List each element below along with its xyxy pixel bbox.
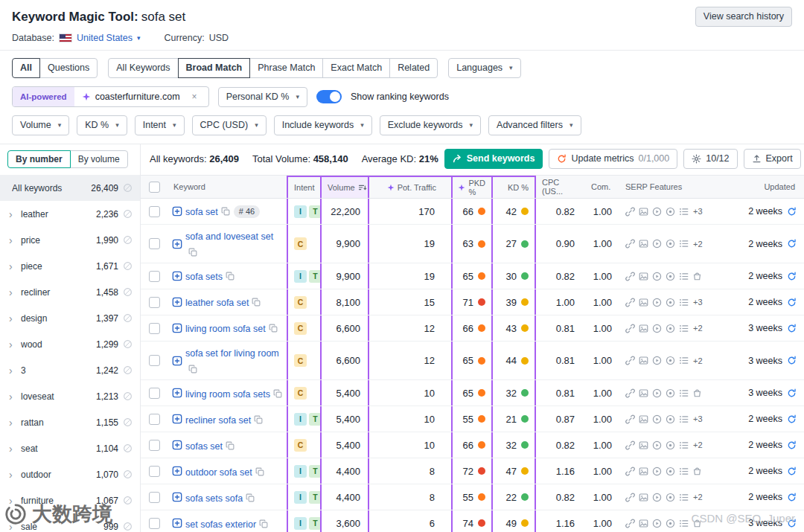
chevron-right-icon[interactable]: › <box>9 496 16 506</box>
add-to-list-icon[interactable] <box>172 239 182 249</box>
sidebar-all-keywords[interactable]: All keywords26,409 <box>0 175 140 201</box>
row-checkbox[interactable] <box>149 355 160 366</box>
tab-all-keywords[interactable]: All Keywords <box>108 58 178 78</box>
exclude-group-icon[interactable] <box>123 339 133 349</box>
copy-icon[interactable] <box>188 365 197 374</box>
col-header-cpc[interactable]: CPC (US... <box>536 176 585 198</box>
sidebar-group-seat[interactable]: ›seat1,104 <box>0 435 140 461</box>
exclude-group-icon[interactable] <box>123 313 133 323</box>
keyword-link[interactable]: set sofas exterior <box>185 519 256 530</box>
send-keywords-button[interactable]: Send keywords <box>444 149 543 169</box>
show-ranking-toggle[interactable] <box>316 90 342 103</box>
exclude-group-icon[interactable] <box>123 365 133 375</box>
chevron-right-icon[interactable]: › <box>9 261 16 272</box>
update-metrics-button[interactable]: Update metrics 0/1,000 <box>549 149 677 169</box>
row-checkbox[interactable] <box>149 271 160 282</box>
keyword-link[interactable]: sofa sets <box>185 272 223 282</box>
chevron-right-icon[interactable]: › <box>9 417 16 428</box>
add-to-list-icon[interactable] <box>172 206 182 217</box>
row-checkbox[interactable] <box>149 440 160 451</box>
keyword-link[interactable]: living room sofa set <box>185 324 266 334</box>
exclude-group-icon[interactable] <box>123 496 133 505</box>
refresh-icon[interactable] <box>787 519 797 528</box>
refresh-icon[interactable] <box>787 272 797 281</box>
export-button[interactable]: Export <box>744 149 801 169</box>
view-by-volume[interactable]: By volume <box>70 150 128 168</box>
sidebar-group-design[interactable]: ›design1,397 <box>0 305 140 331</box>
tab-questions[interactable]: Questions <box>39 58 98 78</box>
exclude-group-icon[interactable] <box>123 235 133 245</box>
chevron-right-icon[interactable]: › <box>9 391 16 402</box>
add-to-list-icon[interactable] <box>172 323 182 333</box>
keyword-link[interactable]: recliner sofa set <box>185 415 251 426</box>
copy-icon[interactable] <box>273 389 282 398</box>
col-header-kd[interactable]: KD % <box>491 176 536 198</box>
row-checkbox[interactable] <box>149 518 160 529</box>
sidebar-group-rattan[interactable]: ›rattan1,155 <box>0 409 140 435</box>
ai-domain-input[interactable]: AI-powered coasterfurniture.com × <box>12 86 209 107</box>
exclude-group-icon[interactable] <box>123 443 133 453</box>
chevron-right-icon[interactable]: › <box>9 522 16 532</box>
keyword-link[interactable]: outdoor sofa set <box>185 467 252 478</box>
languages-dropdown[interactable]: Languages▾ <box>448 58 520 78</box>
col-header-pkd[interactable]: PKD % <box>451 176 491 198</box>
database-selector[interactable]: United States▾ <box>77 33 141 43</box>
chevron-right-icon[interactable]: › <box>9 469 16 480</box>
chevron-right-icon[interactable]: › <box>9 209 16 219</box>
chevron-right-icon[interactable]: › <box>9 365 16 376</box>
view-search-history-button[interactable]: View search history <box>695 7 792 27</box>
sidebar-group-3[interactable]: ›31,242 <box>0 357 140 383</box>
refresh-icon[interactable] <box>787 493 797 502</box>
tab-related[interactable]: Related <box>389 58 438 78</box>
col-header-keyword[interactable]: Keyword <box>168 176 287 198</box>
copy-icon[interactable] <box>254 415 263 424</box>
filter-volume[interactable]: Volume▾ <box>12 115 69 135</box>
sidebar-group-furniture[interactable]: ›furniture1,067 <box>0 487 140 513</box>
copy-icon[interactable] <box>221 207 230 216</box>
sidebar-group-outdoor[interactable]: ›outdoor1,070 <box>0 461 140 487</box>
keyword-link[interactable]: leather sofa set <box>185 298 249 308</box>
clear-domain-icon[interactable]: × <box>192 92 197 102</box>
copy-icon[interactable] <box>226 441 234 450</box>
keyword-link[interactable]: sofa set <box>185 207 218 217</box>
copy-icon[interactable] <box>188 248 197 257</box>
filter-advanced-filters[interactable]: Advanced filters▾ <box>488 115 581 135</box>
exclude-group-icon[interactable] <box>123 391 133 401</box>
copy-icon[interactable] <box>252 298 261 307</box>
row-checkbox[interactable] <box>149 492 160 503</box>
row-checkbox[interactable] <box>149 414 160 425</box>
filter-intent[interactable]: Intent▾ <box>135 115 185 135</box>
copy-icon[interactable] <box>255 467 264 476</box>
col-header-com[interactable]: Com. <box>585 176 619 198</box>
tab-all[interactable]: All <box>12 58 40 78</box>
chevron-right-icon[interactable]: › <box>9 313 16 324</box>
refresh-icon[interactable] <box>787 388 797 398</box>
refresh-icon[interactable] <box>787 239 797 249</box>
col-header-intent[interactable]: Intent <box>287 176 320 198</box>
select-all-checkbox[interactable] <box>149 182 160 193</box>
row-checkbox[interactable] <box>149 297 160 308</box>
exclude-group-icon[interactable] <box>123 261 133 271</box>
personal-kd-dropdown[interactable]: Personal KD %▾ <box>218 87 307 107</box>
add-to-list-icon[interactable] <box>172 414 182 424</box>
sidebar-group-piece[interactable]: ›piece1,671 <box>0 253 140 279</box>
chevron-right-icon[interactable]: › <box>9 443 16 454</box>
exclude-group-icon[interactable] <box>123 209 133 219</box>
keyword-link[interactable]: living room sofa sets <box>185 389 270 400</box>
add-to-list-icon[interactable] <box>172 518 182 528</box>
exclude-group-icon[interactable] <box>123 183 133 193</box>
add-to-list-icon[interactable] <box>172 492 182 502</box>
sidebar-group-loveseat[interactable]: ›loveseat1,213 <box>0 383 140 409</box>
tab-broad-match[interactable]: Broad Match <box>178 58 251 78</box>
exclude-group-icon[interactable] <box>123 522 133 531</box>
copy-icon[interactable] <box>226 272 234 281</box>
refresh-icon[interactable] <box>787 207 797 217</box>
sidebar-group-recliner[interactable]: ›recliner1,458 <box>0 279 140 305</box>
filter-cpc-usd[interactable]: CPC (USD)▾ <box>192 115 267 135</box>
filter-exclude-keywords[interactable]: Exclude keywords▾ <box>380 115 481 135</box>
keyword-link[interactable]: sofa and loveseat set <box>185 231 273 242</box>
add-to-list-icon[interactable] <box>172 297 182 307</box>
col-header-updated[interactable]: Updated <box>707 176 804 198</box>
col-header-serp-features[interactable]: SERP Features <box>619 176 707 198</box>
chevron-right-icon[interactable]: › <box>9 339 16 350</box>
